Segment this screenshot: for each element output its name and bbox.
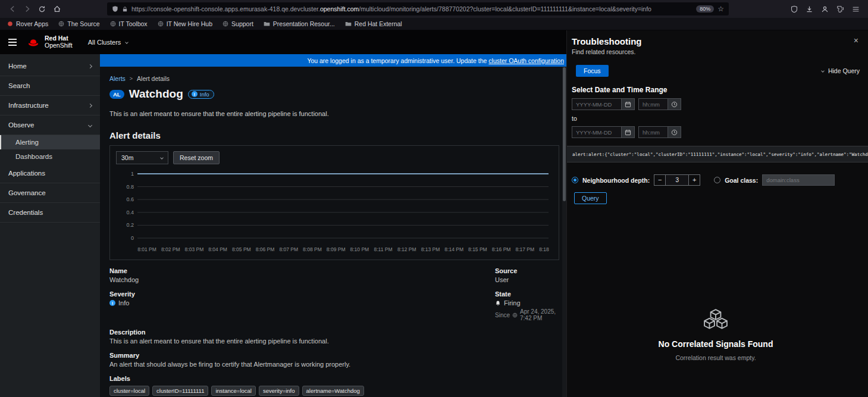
page-title: Watchdog bbox=[129, 87, 183, 101]
to-label: to bbox=[572, 115, 860, 122]
cluster-oauth-link[interactable]: cluster OAuth configuration bbox=[488, 57, 564, 64]
tracking-shield-icon[interactable] bbox=[112, 5, 118, 12]
back-icon[interactable] bbox=[5, 2, 20, 15]
folder-icon bbox=[264, 21, 270, 27]
svg-text:0.8: 0.8 bbox=[126, 184, 134, 190]
calendar-icon[interactable] bbox=[622, 126, 635, 138]
close-panel-icon[interactable]: × bbox=[854, 36, 858, 45]
state-label: State bbox=[495, 290, 559, 298]
sidebar-item-governance[interactable]: Governance bbox=[0, 183, 100, 203]
clock-icon[interactable] bbox=[668, 126, 681, 138]
forward-icon[interactable] bbox=[20, 2, 35, 15]
url-path: /multicloud/monitoring/alerts/788770202?… bbox=[359, 5, 651, 12]
clock-icon[interactable] bbox=[668, 98, 681, 110]
source-value: User bbox=[495, 276, 559, 283]
sidebar-item-home[interactable]: Home bbox=[0, 57, 100, 76]
bookmark-star-icon[interactable]: ☆ bbox=[717, 5, 724, 12]
query-string[interactable]: alert:alert:{"cluster":"local","clusterI… bbox=[567, 146, 868, 162]
chevron-right-icon bbox=[88, 64, 92, 68]
svg-text:8:07 PM: 8:07 PM bbox=[279, 246, 298, 252]
from-time-input[interactable] bbox=[638, 98, 668, 110]
goal-class-label: Goal class: bbox=[725, 177, 758, 184]
reload-icon[interactable] bbox=[35, 2, 49, 15]
label-chip[interactable]: clusterID=11111111 bbox=[152, 386, 208, 396]
sidebar-item-credentials[interactable]: Credentials bbox=[0, 203, 100, 223]
bookmark-rover-apps[interactable]: Rover Apps bbox=[7, 20, 48, 27]
url-bar[interactable]: https://console-openshift-console.apps.e… bbox=[107, 2, 729, 15]
bookmark-support[interactable]: Support bbox=[223, 20, 253, 27]
sidebar-item-infrastructure[interactable]: Infrastructure bbox=[0, 96, 100, 115]
sidebar-item-applications[interactable]: Applications bbox=[0, 164, 100, 183]
time-range-select[interactable]: 30m bbox=[116, 151, 168, 164]
troubleshooting-subtitle: Find related resources. bbox=[572, 48, 642, 55]
bookmark-the-source[interactable]: The Source bbox=[58, 20, 99, 27]
label-chip[interactable]: severity=info bbox=[259, 386, 299, 396]
severity-value: Info bbox=[118, 299, 129, 307]
home-icon[interactable] bbox=[49, 2, 64, 15]
lock-icon[interactable] bbox=[122, 6, 128, 12]
neighbourhood-depth-radio[interactable] bbox=[572, 177, 578, 183]
reset-zoom-button[interactable]: Reset zoom bbox=[173, 151, 220, 164]
label-chip[interactable]: cluster=local bbox=[109, 386, 149, 396]
zoom-badge[interactable]: 80% bbox=[696, 5, 714, 12]
severity-label: Severity bbox=[109, 290, 495, 298]
hide-query-toggle[interactable]: Hide Query bbox=[822, 67, 860, 74]
field-name: Name Watchdog bbox=[109, 267, 495, 283]
calendar-icon[interactable] bbox=[622, 98, 635, 110]
chevron-down-icon bbox=[125, 40, 129, 44]
description-label: Description bbox=[109, 329, 495, 336]
datetime-heading: Select Date and Time Range bbox=[572, 86, 860, 94]
sidebar-item-observe[interactable]: Observe bbox=[0, 115, 100, 135]
svg-text:8:05 PM: 8:05 PM bbox=[232, 246, 251, 252]
nav-toggle-icon[interactable] bbox=[8, 39, 17, 46]
svg-text:8:11 PM: 8:11 PM bbox=[374, 246, 393, 252]
depth-value-input[interactable] bbox=[666, 174, 688, 186]
bookmark-it-toolbox[interactable]: IT Toolbox bbox=[110, 20, 148, 27]
bookmarks-bar: Rover AppsThe SourceIT ToolboxIT New Hir… bbox=[0, 18, 868, 30]
main-scrollbar[interactable] bbox=[562, 67, 566, 397]
sidebar-item-alerting[interactable]: Alerting bbox=[0, 135, 100, 149]
depth-increment-button[interactable]: + bbox=[688, 174, 700, 186]
sidebar-item-label: Credentials bbox=[8, 209, 43, 216]
query-button[interactable]: Query bbox=[574, 192, 607, 204]
sidebar-item-dashboards[interactable]: Dashboards bbox=[0, 149, 100, 164]
goal-class-radio[interactable] bbox=[714, 177, 720, 183]
troubleshooting-panel: Troubleshooting Find related resources. … bbox=[566, 30, 868, 397]
query-options-row: Neighbourhood depth: − + Goal class: bbox=[572, 174, 860, 186]
chevron-down-icon bbox=[88, 123, 92, 127]
troubleshooting-title: Troubleshooting bbox=[572, 36, 642, 46]
depth-decrement-button[interactable]: − bbox=[654, 174, 666, 186]
info-icon: i bbox=[192, 91, 198, 97]
alert-resource-badge: AL bbox=[109, 90, 124, 99]
bookmark-it-new-hire-hub[interactable]: IT New Hire Hub bbox=[158, 20, 212, 27]
account-icon[interactable] bbox=[821, 5, 829, 13]
breadcrumb: Alerts > Alert details bbox=[109, 75, 559, 82]
url-prefix: https://console-openshift-console.apps.e… bbox=[131, 5, 320, 12]
sidebar-item-label: Observe bbox=[8, 121, 34, 129]
focus-button[interactable]: Focus bbox=[576, 65, 609, 77]
cluster-selector[interactable]: All Clusters bbox=[82, 30, 134, 54]
label-chip[interactable]: alertname=Watchdog bbox=[302, 386, 364, 396]
timezone-globe-icon[interactable] bbox=[512, 312, 518, 318]
from-date-input[interactable] bbox=[572, 98, 622, 110]
menu-icon[interactable] bbox=[852, 5, 860, 13]
goal-class-input[interactable] bbox=[762, 174, 835, 186]
bookmark-red-hat-external[interactable]: Red Hat External bbox=[345, 20, 402, 27]
svg-text:8:08 PM: 8:08 PM bbox=[303, 246, 322, 252]
chart-toolbar: 30m Reset zoom bbox=[116, 151, 553, 164]
summary-value: An alert that should always be firing to… bbox=[109, 361, 495, 368]
svg-text:8:04 PM: 8:04 PM bbox=[208, 246, 227, 252]
browser-toolbar: https://console-openshift-console.apps.e… bbox=[0, 0, 868, 18]
label-chip[interactable]: instance=local bbox=[211, 386, 255, 396]
protections-shield-icon[interactable] bbox=[791, 5, 798, 13]
scrollbar-thumb[interactable] bbox=[563, 67, 566, 201]
to-time-input[interactable] bbox=[638, 126, 668, 138]
to-date-input[interactable] bbox=[572, 126, 622, 138]
sidebar-item-search[interactable]: Search bbox=[0, 76, 100, 96]
alert-state-badge-label: Info bbox=[200, 91, 209, 98]
downloads-icon[interactable] bbox=[806, 5, 813, 13]
bookmark-presentation-resour-[interactable]: Presentation Resour... bbox=[264, 20, 335, 27]
extensions-icon[interactable] bbox=[836, 5, 844, 13]
alert-metric-chart[interactable]: 00.20.40.60.818:01 PM8:02 PM8:03 PM8:04 … bbox=[116, 168, 550, 257]
breadcrumb-alerts-link[interactable]: Alerts bbox=[109, 75, 126, 82]
